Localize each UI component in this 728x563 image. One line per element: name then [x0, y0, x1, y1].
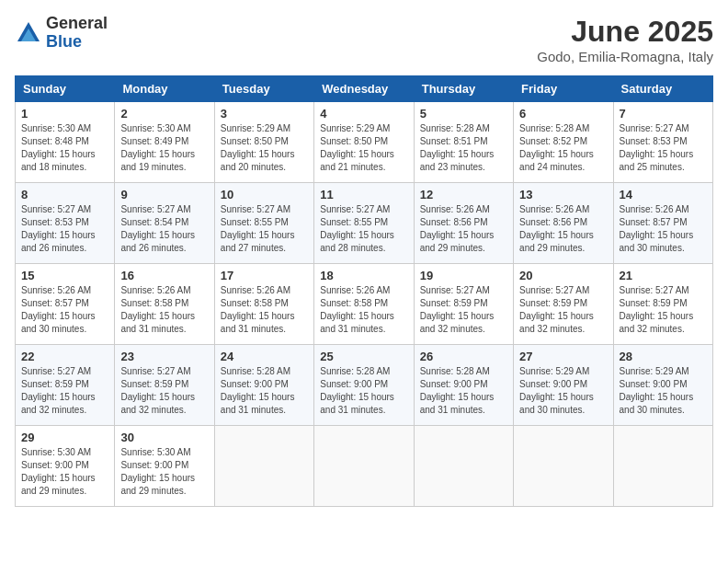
calendar-table: Sunday Monday Tuesday Wednesday Thursday…: [15, 75, 713, 507]
col-saturday: Saturday: [613, 76, 712, 102]
table-row: 18Sunrise: 5:26 AMSunset: 8:58 PMDayligh…: [314, 264, 414, 345]
table-row: 16Sunrise: 5:26 AMSunset: 8:58 PMDayligh…: [115, 264, 214, 345]
table-row: 17Sunrise: 5:26 AMSunset: 8:58 PMDayligh…: [214, 264, 313, 345]
logo-text: General Blue: [46, 15, 108, 52]
location-title: Godo, Emilia-Romagna, Italy: [537, 49, 713, 64]
table-row: 6Sunrise: 5:28 AMSunset: 8:52 PMDaylight…: [514, 102, 613, 183]
col-friday: Friday: [514, 76, 613, 102]
table-row: 19Sunrise: 5:27 AMSunset: 8:59 PMDayligh…: [414, 264, 513, 345]
col-monday: Monday: [115, 76, 214, 102]
logo-general: General: [46, 15, 108, 33]
title-section: June 2025 Godo, Emilia-Romagna, Italy: [537, 15, 713, 64]
logo-icon: [15, 19, 42, 47]
table-row: 15Sunrise: 5:26 AMSunset: 8:57 PMDayligh…: [16, 264, 115, 345]
logo-blue: Blue: [46, 33, 108, 52]
col-thursday: Thursday: [414, 76, 513, 102]
table-row: 22Sunrise: 5:27 AMSunset: 8:59 PMDayligh…: [16, 345, 115, 426]
table-row: [414, 426, 513, 507]
table-row: 28Sunrise: 5:29 AMSunset: 9:00 PMDayligh…: [613, 345, 712, 426]
table-row: 4Sunrise: 5:29 AMSunset: 8:50 PMDaylight…: [314, 102, 414, 183]
table-row: 1Sunrise: 5:30 AMSunset: 8:48 PMDaylight…: [16, 102, 115, 183]
col-sunday: Sunday: [16, 76, 115, 102]
table-row: 14Sunrise: 5:26 AMSunset: 8:57 PMDayligh…: [613, 183, 712, 264]
col-tuesday: Tuesday: [214, 76, 313, 102]
table-row: 26Sunrise: 5:28 AMSunset: 9:00 PMDayligh…: [414, 345, 513, 426]
table-row: [214, 426, 313, 507]
table-row: 9Sunrise: 5:27 AMSunset: 8:54 PMDaylight…: [115, 183, 214, 264]
table-row: 12Sunrise: 5:26 AMSunset: 8:56 PMDayligh…: [414, 183, 513, 264]
table-row: 8Sunrise: 5:27 AMSunset: 8:53 PMDaylight…: [16, 183, 115, 264]
table-row: 11Sunrise: 5:27 AMSunset: 8:55 PMDayligh…: [314, 183, 414, 264]
col-wednesday: Wednesday: [314, 76, 414, 102]
table-row: 13Sunrise: 5:26 AMSunset: 8:56 PMDayligh…: [514, 183, 613, 264]
table-row: 20Sunrise: 5:27 AMSunset: 8:59 PMDayligh…: [514, 264, 613, 345]
table-row: 5Sunrise: 5:28 AMSunset: 8:51 PMDaylight…: [414, 102, 513, 183]
table-row: 3Sunrise: 5:29 AMSunset: 8:50 PMDaylight…: [214, 102, 313, 183]
table-row: 21Sunrise: 5:27 AMSunset: 8:59 PMDayligh…: [613, 264, 712, 345]
table-row: 23Sunrise: 5:27 AMSunset: 8:59 PMDayligh…: [115, 345, 214, 426]
table-row: [613, 426, 712, 507]
table-row: 29Sunrise: 5:30 AMSunset: 9:00 PMDayligh…: [16, 426, 115, 507]
month-title: June 2025: [537, 15, 713, 49]
table-row: 7Sunrise: 5:27 AMSunset: 8:53 PMDaylight…: [613, 102, 712, 183]
page-header: General Blue June 2025 Godo, Emilia-Roma…: [15, 15, 713, 64]
calendar-header-row: Sunday Monday Tuesday Wednesday Thursday…: [16, 76, 713, 102]
table-row: 25Sunrise: 5:28 AMSunset: 9:00 PMDayligh…: [314, 345, 414, 426]
table-row: 30Sunrise: 5:30 AMSunset: 9:00 PMDayligh…: [115, 426, 214, 507]
logo: General Blue: [15, 15, 108, 52]
table-row: 2Sunrise: 5:30 AMSunset: 8:49 PMDaylight…: [115, 102, 214, 183]
table-row: 24Sunrise: 5:28 AMSunset: 9:00 PMDayligh…: [214, 345, 313, 426]
table-row: 10Sunrise: 5:27 AMSunset: 8:55 PMDayligh…: [214, 183, 313, 264]
table-row: [514, 426, 613, 507]
table-row: 27Sunrise: 5:29 AMSunset: 9:00 PMDayligh…: [514, 345, 613, 426]
table-row: [314, 426, 414, 507]
